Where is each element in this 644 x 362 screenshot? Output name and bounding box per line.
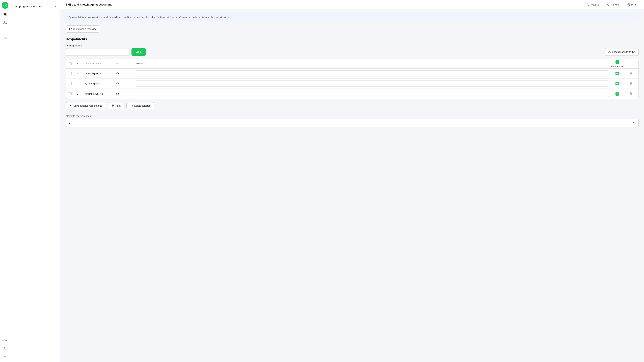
row2-email [136,80,609,86]
delete-icon-btn [130,104,133,107]
row2-delete-button[interactable] [629,82,632,85]
nav-item-chart[interactable] [2,28,8,34]
row1-send-code-checkbox[interactable] [616,72,619,75]
table-row: 3 tpgzMMMVLPYu n/a [66,89,638,99]
row2-send-code-checkbox[interactable] [616,82,619,85]
load-respondents-button[interactable]: Load respondents' list [605,48,639,56]
nav-item-back[interactable] [2,345,8,352]
row3-access-code: tpgzMMMVLPYu [85,92,116,95]
respondents-title: Respondents [66,37,639,41]
row3-send-code [609,92,626,96]
svg-rect-2 [4,15,5,16]
svg-point-14 [608,4,609,6]
attempts-select[interactable]: 1 [66,119,639,127]
info-banner: You can distribute access codes yourself… [66,13,639,22]
row2-send-code [609,82,626,85]
chevron-down-icon [632,121,636,124]
main-content: Skills and knowledge assessment Test inf… [60,0,644,362]
attempts-label: Attempts per respondent [66,115,639,117]
sidebar-section-label: Test progress & results [14,5,41,8]
nav-item-users[interactable] [2,20,8,26]
row3-email-input[interactable] [136,91,609,97]
row3-select-checkbox[interactable] [68,92,72,95]
row1-access-code: AhPbzfepwvDL [85,72,116,75]
info-banner-text: You can distribute access codes yourself… [69,16,229,18]
page-title: Skills and knowledge assessment [66,3,112,6]
action-buttons: Save selected respondents Print Delete s… [66,102,639,109]
row2-select-checkbox[interactable] [68,82,72,85]
row3-set: n/a [116,92,136,95]
delete-selected-label: Delete selected [134,104,150,107]
nav-item-settings[interactable] [2,36,8,42]
row3-checkbox [68,92,77,95]
row3-delete-button[interactable] [629,92,632,96]
row1-delete-button[interactable] [629,72,632,75]
col-access-code: ACCESS CODE [85,62,116,65]
print-icon-btn [112,104,114,107]
sidebar: Test progress & results [10,0,60,362]
row2-email-input[interactable] [136,80,609,86]
respondents-table: # ACCESS CODE SET EMAIL: SEND A CODE [66,59,639,99]
add-button[interactable]: Add [132,48,146,56]
send-code-label: SEND A CODE [610,65,624,67]
row2-delete [626,82,636,85]
print-btn-label: Print [116,104,120,107]
svg-point-18 [70,105,71,106]
page-content: You can distribute access codes yourself… [60,10,644,362]
preview-button[interactable]: Preview [604,2,622,8]
select-all-checkbox[interactable] [68,62,72,65]
col-send-code: SEND A CODE [609,60,626,67]
col-set: SET [116,62,136,65]
row3-delete [626,92,636,96]
preview-icon [607,3,610,6]
row1-email-input[interactable] [136,70,609,76]
table-row: 1 AhPbzfepwvDL n/a [66,68,638,79]
nav-item-help[interactable] [2,337,8,344]
col-checkbox [68,62,77,65]
row2-set: n/a [116,82,136,85]
preview-label: Preview [611,3,619,6]
print-button[interactable]: Print [625,2,639,8]
add-respondents-row: Add Load respondents' list [66,48,639,56]
save-selected-button[interactable]: Save selected respondents [66,102,106,109]
save-icon [70,104,72,107]
row1-select-checkbox[interactable] [68,72,72,75]
add-respondents-label: Add respondents [66,44,639,47]
add-respondents-input[interactable] [66,48,130,56]
print-label: Print [631,3,636,6]
delete-selected-button[interactable]: Delete selected [126,102,154,109]
nav-item-grid[interactable] [2,12,8,18]
save-selected-label: Save selected respondents [74,104,102,107]
icon-navigation [0,0,10,362]
table-header: # ACCESS CODE SET EMAIL: SEND A CODE [66,59,638,68]
row1-checkbox [68,72,77,75]
row1-num: 1 [77,72,85,75]
customize-btn-label: Customize a message [73,28,96,30]
row2-num: 2 [77,82,85,85]
test-info-button[interactable]: Test info [584,2,602,8]
svg-point-8 [4,38,5,40]
col-num: # [77,62,85,65]
row1-set: n/a [116,72,136,75]
svg-rect-3 [5,15,6,16]
row3-email [136,91,609,97]
svg-line-15 [609,5,610,6]
row2-access-code: Q29jAcspbr72 [85,82,116,85]
row1-delete [626,72,636,75]
page-header: Skills and knowledge assessment Test inf… [60,0,644,10]
row1-email [136,70,609,76]
table-row: 2 Q29jAcspbr72 n/a [66,79,638,89]
row3-send-code-checkbox[interactable] [616,92,619,96]
header-actions: Test info Preview Print [584,2,639,8]
app-logo[interactable] [2,2,8,9]
sidebar-section-test-progress[interactable]: Test progress & results [10,3,60,10]
col-email: EMAIL: [136,62,609,65]
load-icon [608,51,611,53]
svg-rect-16 [628,5,630,6]
info-icon [586,3,589,6]
message-icon [69,28,72,30]
nav-item-collapse[interactable] [2,353,8,360]
send-code-all-checkbox[interactable] [616,60,619,64]
customize-message-button[interactable]: Customize a message [66,26,100,32]
print-selected-button[interactable]: Print [108,102,124,109]
